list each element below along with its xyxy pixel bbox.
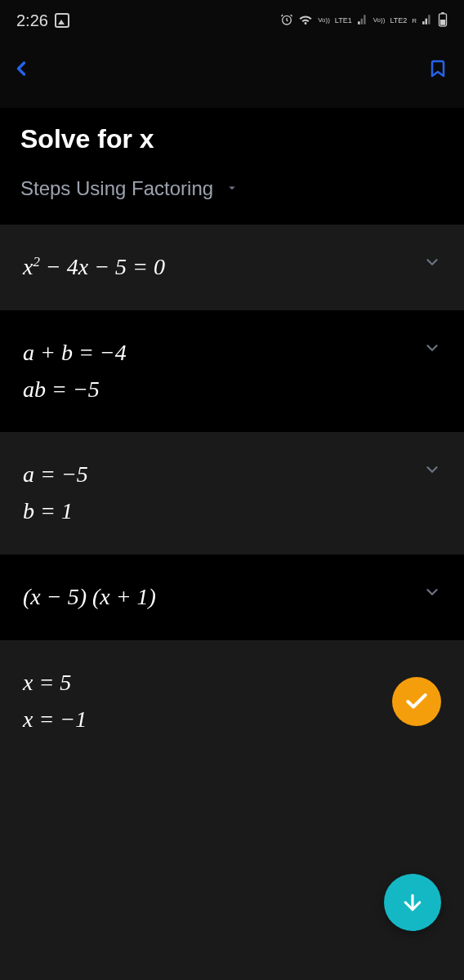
lte2-label: LTE2 bbox=[390, 16, 407, 24]
chevron-down-icon bbox=[423, 461, 441, 482]
vo-label-1: Vo)) bbox=[318, 17, 330, 24]
chevron-down-icon bbox=[423, 253, 441, 274]
step-4[interactable]: (x − 5) (x + 1) bbox=[0, 555, 464, 640]
svg-rect-2 bbox=[441, 12, 444, 14]
status-right: Vo)) LTE1 Vo)) LTE2 R bbox=[280, 12, 448, 29]
status-bar: 2:26 Vo)) LTE1 Vo)) LTE2 R bbox=[0, 0, 464, 41]
signal-icon-2 bbox=[422, 14, 433, 27]
wifi-icon bbox=[298, 12, 313, 29]
page-title: Solve for x bbox=[20, 124, 444, 154]
vo-label-2: Vo)) bbox=[373, 17, 386, 24]
method-selector[interactable]: Steps Using Factoring bbox=[20, 177, 444, 200]
picture-icon bbox=[55, 13, 69, 28]
step-2[interactable]: a + b = −4 ab = −5 bbox=[0, 310, 464, 433]
answer-2: x = −1 bbox=[23, 702, 87, 738]
equation-4: (x − 5) (x + 1) bbox=[23, 579, 156, 616]
answer-1: x = 5 bbox=[23, 665, 87, 702]
title-section: Solve for x Steps Using Factoring bbox=[0, 108, 464, 225]
lte1-label: LTE1 bbox=[335, 16, 352, 24]
equation-3a: a = −5 bbox=[23, 457, 88, 493]
status-time: 2:26 bbox=[16, 11, 48, 30]
step-5-answer[interactable]: x = 5 x = −1 bbox=[0, 640, 464, 763]
bookmark-button[interactable] bbox=[428, 57, 448, 83]
back-button[interactable] bbox=[10, 57, 33, 83]
scroll-down-button[interactable] bbox=[384, 874, 441, 931]
equation-1: x2 − 4x − 5 = 0 bbox=[23, 249, 165, 286]
dropdown-icon bbox=[225, 177, 239, 200]
correct-badge bbox=[392, 677, 441, 726]
step-3[interactable]: a = −5 b = 1 bbox=[0, 432, 464, 555]
nav-bar bbox=[0, 41, 464, 108]
r-label: R bbox=[412, 17, 417, 24]
equation-2a: a + b = −4 bbox=[23, 335, 127, 372]
signal-icon-1 bbox=[357, 14, 368, 27]
battery-icon bbox=[438, 12, 448, 29]
chevron-down-icon bbox=[423, 339, 441, 360]
alarm-icon bbox=[280, 13, 293, 28]
method-label: Steps Using Factoring bbox=[20, 177, 213, 200]
equation-3b: b = 1 bbox=[23, 493, 88, 530]
chevron-down-icon bbox=[423, 583, 441, 604]
step-1[interactable]: x2 − 4x − 5 = 0 bbox=[0, 225, 464, 310]
equation-2b: ab = −5 bbox=[23, 372, 127, 408]
svg-rect-3 bbox=[440, 20, 445, 25]
